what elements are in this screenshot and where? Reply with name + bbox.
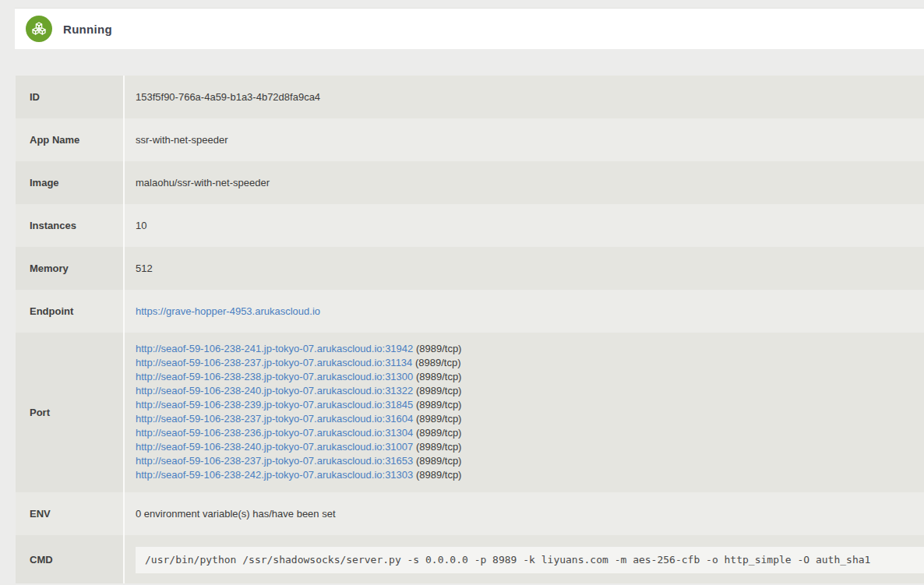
port-link[interactable]: http://seaof-59-106-238-238.jp-tokyo-07.…: [136, 371, 413, 382]
row-value: /usr/bin/python /ssr/shadowsocks/server.…: [125, 535, 924, 583]
row-label: Port: [16, 333, 125, 492]
row-value: ssr-with-net-speeder: [125, 118, 924, 161]
port-link[interactable]: http://seaof-59-106-238-236.jp-tokyo-07.…: [136, 427, 413, 439]
table-row-app-name: App Namessr-with-net-speeder: [16, 118, 924, 161]
row-label: CMD: [16, 535, 125, 583]
row-value: 153f5f90-766a-4a59-b1a3-4b72d8fa9ca4: [125, 76, 924, 118]
table-row-id: ID153f5f90-766a-4a59-b1a3-4b72d8fa9ca4: [16, 76, 924, 118]
port-protocol: (8989/tcp): [413, 343, 461, 354]
app-status-icon: [26, 16, 52, 42]
port-line: http://seaof-59-106-238-240.jp-tokyo-07.…: [136, 440, 924, 454]
port-link[interactable]: http://seaof-59-106-238-240.jp-tokyo-07.…: [136, 385, 413, 396]
status-label: Running: [63, 23, 112, 36]
table-row-cmd: CMD/usr/bin/python /ssr/shadowsocks/serv…: [16, 535, 924, 583]
table-row-endpoint: Endpointhttps://grave-hopper-4953.arukas…: [16, 290, 924, 333]
port-protocol: (8989/tcp): [413, 427, 461, 439]
row-label: Memory: [16, 247, 125, 290]
row-label: Endpoint: [16, 290, 125, 333]
port-line: http://seaof-59-106-238-240.jp-tokyo-07.…: [136, 384, 924, 398]
port-link[interactable]: http://seaof-59-106-238-240.jp-tokyo-07.…: [136, 441, 413, 453]
port-protocol: (8989/tcp): [413, 469, 461, 481]
table-row-port: Porthttp://seaof-59-106-238-241.jp-tokyo…: [16, 333, 924, 492]
row-value: https://grave-hopper-4953.arukascloud.io: [125, 290, 924, 333]
port-line: http://seaof-59-106-238-237.jp-tokyo-07.…: [136, 356, 924, 370]
row-label: ID: [16, 76, 125, 118]
port-line: http://seaof-59-106-238-236.jp-tokyo-07.…: [136, 426, 924, 440]
port-protocol: (8989/tcp): [413, 413, 461, 425]
port-line: http://seaof-59-106-238-237.jp-tokyo-07.…: [136, 412, 924, 426]
port-link[interactable]: http://seaof-59-106-238-237.jp-tokyo-07.…: [136, 413, 413, 425]
port-protocol: (8989/tcp): [412, 357, 460, 368]
row-value: http://seaof-59-106-238-241.jp-tokyo-07.…: [125, 333, 924, 492]
cubes-icon: [31, 22, 47, 36]
port-line: http://seaof-59-106-238-241.jp-tokyo-07.…: [136, 342, 924, 356]
port-protocol: (8989/tcp): [413, 441, 461, 453]
table-row-env: ENV0 environment variable(s) has/have be…: [16, 492, 924, 535]
port-protocol: (8989/tcp): [413, 455, 461, 467]
endpoint-link[interactable]: https://grave-hopper-4953.arukascloud.io: [136, 305, 320, 317]
port-line: http://seaof-59-106-238-239.jp-tokyo-07.…: [136, 398, 924, 412]
port-link[interactable]: http://seaof-59-106-238-239.jp-tokyo-07.…: [136, 399, 413, 411]
detail-table: ID153f5f90-766a-4a59-b1a3-4b72d8fa9ca4Ap…: [16, 76, 924, 583]
port-protocol: (8989/tcp): [413, 371, 461, 382]
row-label: Image: [16, 161, 125, 204]
row-value: 0 environment variable(s) has/have been …: [125, 492, 924, 535]
row-value: 512: [125, 247, 924, 290]
port-protocol: (8989/tcp): [413, 385, 461, 396]
row-value: malaohu/ssr-with-net-speeder: [125, 161, 924, 204]
row-value: 10: [125, 204, 924, 247]
table-row-image: Imagemalaohu/ssr-with-net-speeder: [16, 161, 924, 204]
port-link[interactable]: http://seaof-59-106-238-242.jp-tokyo-07.…: [136, 469, 413, 481]
row-label: App Name: [16, 118, 125, 161]
table-row-memory: Memory512: [16, 247, 924, 290]
row-label: ENV: [16, 492, 125, 535]
row-label: Instances: [16, 204, 125, 247]
cmd-code-block: /usr/bin/python /ssr/shadowsocks/server.…: [136, 547, 924, 573]
port-line: http://seaof-59-106-238-237.jp-tokyo-07.…: [136, 454, 924, 468]
table-row-instances: Instances10: [16, 204, 924, 247]
port-line: http://seaof-59-106-238-242.jp-tokyo-07.…: [136, 468, 924, 482]
port-line: http://seaof-59-106-238-238.jp-tokyo-07.…: [136, 370, 924, 384]
port-protocol: (8989/tcp): [413, 399, 461, 411]
port-link[interactable]: http://seaof-59-106-238-241.jp-tokyo-07.…: [136, 343, 413, 354]
port-link[interactable]: http://seaof-59-106-238-237.jp-tokyo-07.…: [136, 455, 413, 467]
status-bar: Running: [15, 8, 924, 49]
port-link[interactable]: http://seaof-59-106-238-237.jp-tokyo-07.…: [136, 357, 412, 368]
